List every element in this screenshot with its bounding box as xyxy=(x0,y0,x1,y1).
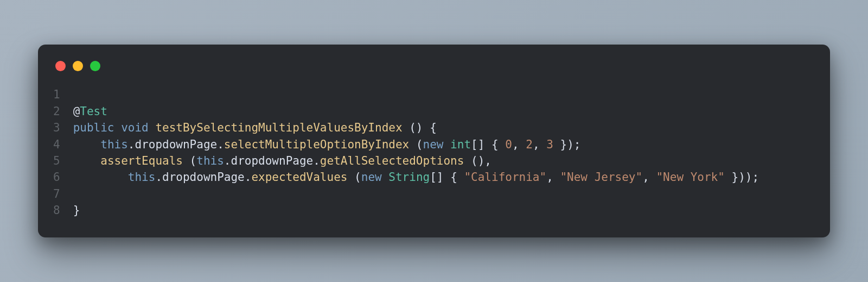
comma: , xyxy=(546,171,560,184)
maximize-icon[interactable] xyxy=(90,61,100,71)
array-brackets: [] xyxy=(471,138,484,151)
dot: . xyxy=(245,171,252,184)
open-paren: ( xyxy=(347,171,361,184)
this-keyword: this xyxy=(196,154,224,167)
code-line-4: this.dropdownPage.selectMultipleOptionBy… xyxy=(73,136,815,153)
number-literal: 2 xyxy=(526,138,533,151)
method-call: assertEquals xyxy=(100,154,183,167)
parens: () xyxy=(403,121,423,134)
open-brace: { xyxy=(423,121,437,134)
code-line-8: } xyxy=(73,202,815,218)
type-int: int xyxy=(450,138,471,151)
dot: . xyxy=(128,138,135,151)
space xyxy=(443,138,450,151)
code-line-7 xyxy=(73,186,815,202)
property: dropdownPage xyxy=(231,154,313,167)
line-number: 7 xyxy=(53,186,60,202)
open-brace: { xyxy=(484,138,505,151)
this-keyword: this xyxy=(128,171,156,184)
code-block: 1 2 3 4 5 6 7 8 @Test public void testBy… xyxy=(53,86,815,218)
line-number: 1 xyxy=(53,86,60,103)
dot: . xyxy=(217,138,224,151)
string-literal: "California" xyxy=(464,171,546,184)
code-line-6: this.dropdownPage.expectedValues (new St… xyxy=(73,169,815,185)
close-paren-comma: (), xyxy=(464,154,492,167)
dot: . xyxy=(313,154,320,167)
close-icon[interactable] xyxy=(55,61,66,71)
open-brace: { xyxy=(443,171,464,184)
line-number: 2 xyxy=(53,103,60,120)
line-number: 5 xyxy=(53,153,60,169)
minimize-icon[interactable] xyxy=(73,61,83,71)
number-literal: 0 xyxy=(505,138,512,151)
code-editor-window: 1 2 3 4 5 6 7 8 @Test public void testBy… xyxy=(38,45,830,237)
line-number: 6 xyxy=(53,169,60,185)
property: dropdownPage xyxy=(135,138,217,151)
code-line-1 xyxy=(73,86,815,103)
this-keyword: this xyxy=(100,138,128,151)
comma: , xyxy=(642,171,656,184)
window-controls xyxy=(55,61,815,71)
space xyxy=(382,171,389,184)
new-keyword: new xyxy=(423,138,444,151)
new-keyword: new xyxy=(361,171,382,184)
method-call: selectMultipleOptionByIndex xyxy=(224,138,409,151)
method-name: testBySelectingMultipleValuesByIndex xyxy=(155,121,402,134)
type-string: String xyxy=(388,171,430,184)
line-number: 8 xyxy=(53,202,60,218)
code-line-2: @Test xyxy=(73,103,815,120)
keyword-public: public xyxy=(73,121,114,134)
code-line-3: public void testBySelectingMultipleValue… xyxy=(73,120,815,136)
method-call: getAllSelectedOptions xyxy=(320,154,464,167)
keyword-void: void xyxy=(121,121,149,134)
dot: . xyxy=(155,171,162,184)
method-call: expectedValues xyxy=(251,171,347,184)
close: }); xyxy=(553,138,581,151)
close: })); xyxy=(725,171,759,184)
annotation-at: @ xyxy=(73,105,80,118)
indent xyxy=(73,171,128,184)
open-paren: ( xyxy=(409,138,423,151)
array-brackets: [] xyxy=(430,171,443,184)
comma: , xyxy=(533,138,546,151)
property: dropdownPage xyxy=(162,171,245,184)
line-number: 4 xyxy=(53,136,60,153)
close-brace: } xyxy=(73,204,80,217)
code-content[interactable]: @Test public void testBySelectingMultipl… xyxy=(73,86,815,218)
code-line-5: assertEquals (this.dropdownPage.getAllSe… xyxy=(73,153,815,169)
indent xyxy=(73,138,101,151)
number-literal: 3 xyxy=(546,138,553,151)
annotation-name: Test xyxy=(80,105,107,118)
comma: , xyxy=(512,138,526,151)
line-number-gutter: 1 2 3 4 5 6 7 8 xyxy=(53,86,73,218)
line-number: 3 xyxy=(53,120,60,136)
open-paren: ( xyxy=(183,154,196,167)
string-literal: "New Jersey" xyxy=(560,171,642,184)
indent xyxy=(73,154,101,167)
dot: . xyxy=(224,154,231,167)
string-literal: "New York" xyxy=(656,171,724,184)
